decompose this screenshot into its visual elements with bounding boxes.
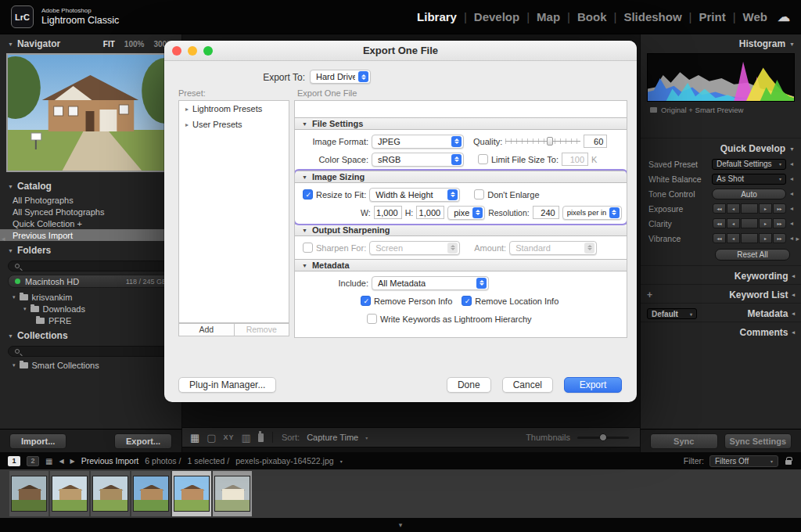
catalog-item-all-synced[interactable]: All Synced Photographs 0 (0, 206, 181, 217)
filter-lock-icon[interactable] (785, 460, 792, 465)
zoom-fit-button[interactable]: FIT (103, 40, 115, 49)
filmstrip-thumbnail-3[interactable] (91, 471, 130, 516)
filter-select[interactable]: Filters Off ▾ (709, 455, 778, 467)
resize-mode-select[interactable]: Width & Height (369, 188, 460, 202)
module-print[interactable]: Print (699, 10, 726, 23)
folders-header[interactable]: ▼ Folders + (0, 241, 181, 258)
export-to-select[interactable]: Hard Drive (310, 70, 371, 84)
module-library[interactable]: Library (417, 10, 457, 23)
increase-large-button[interactable]: ▸▸ (773, 203, 786, 214)
sharpen-for-checkbox[interactable] (303, 243, 313, 253)
quality-value-field[interactable]: 60 (584, 135, 607, 148)
increase-large-button[interactable]: ▸▸ (773, 218, 786, 228)
reveal-arrow-icon[interactable]: ◂ (790, 175, 796, 182)
sync-button[interactable]: Sync (650, 433, 718, 449)
module-book[interactable]: Book (577, 10, 607, 23)
amount-select[interactable]: Standard (509, 241, 597, 255)
metadata-section-header[interactable]: ▼ Metadata (295, 259, 627, 271)
keyword-list-header[interactable]: + Keyword List ◂ (641, 284, 801, 303)
saved-preset-select[interactable]: Default Settings ▾ (712, 159, 786, 170)
increase-button[interactable]: ▸ (759, 218, 772, 228)
plugin-manager-button[interactable]: Plug-in Manager... (178, 377, 276, 393)
collapse-right-panel-arrow[interactable]: ▸ (796, 235, 799, 243)
add-preset-button[interactable]: Add (178, 323, 235, 336)
catalog-item-quick-collection[interactable]: Quick Collection + 0 (0, 217, 181, 229)
file-settings-header[interactable]: ▼ File Settings (295, 117, 627, 130)
limit-file-size-checkbox[interactable] (478, 154, 488, 164)
catalog-item-all-photographs[interactable]: All Photographs 6 (0, 194, 181, 206)
resolution-field[interactable]: 240 (533, 206, 559, 219)
width-field[interactable]: 1,000 (374, 206, 402, 219)
grid-view-icon[interactable]: ▦ (190, 432, 199, 444)
remove-location-checkbox[interactable] (462, 296, 472, 306)
dialog-titlebar[interactable]: Export One File (164, 41, 637, 61)
quick-develop-header[interactable]: Quick Develop ▼ (641, 138, 801, 156)
increase-large-button[interactable]: ▸▸ (773, 233, 786, 243)
size-unit-select[interactable]: pixels (447, 206, 485, 220)
keywording-header[interactable]: Keywording ◂ (641, 265, 801, 284)
dont-enlarge-checkbox[interactable] (474, 189, 484, 200)
folder-item-downloads[interactable]: ▾ Downloads 6 (0, 303, 181, 315)
module-map[interactable]: Map (537, 10, 560, 23)
dropdown-arrow-icon[interactable]: ▾ (340, 458, 343, 464)
previous-photo-arrow[interactable]: ◀ (59, 458, 63, 465)
filmstrip-source-name[interactable]: Previous Import (81, 456, 139, 466)
sync-settings-button[interactable]: Sync Settings (724, 433, 792, 449)
collections-header[interactable]: ▼ Collections + (0, 326, 181, 343)
volume-macintosh-hd[interactable]: Macintosh HD 118 / 245 GB (8, 275, 174, 288)
auto-tone-button[interactable]: Auto (712, 189, 786, 200)
filmstrip-thumbnail-2[interactable] (50, 471, 89, 516)
reveal-arrow-icon[interactable]: ◂ (790, 205, 796, 212)
module-web[interactable]: Web (743, 10, 767, 23)
reveal-arrow-icon[interactable]: ◂ (790, 190, 796, 197)
minimize-window-button[interactable] (188, 46, 197, 56)
reveal-arrow-icon[interactable]: ◂ (790, 220, 796, 227)
quality-slider[interactable] (505, 135, 580, 147)
preset-group-user[interactable]: ▸ User Presets (179, 117, 289, 132)
remove-preset-button[interactable]: Remove (235, 323, 290, 336)
resolution-unit-select[interactable]: pixels per inch (562, 206, 622, 220)
collection-item-smart-collections[interactable]: ▾ Smart Collections (0, 359, 181, 371)
export-button[interactable]: Export... (114, 433, 172, 449)
resize-to-fit-checkbox[interactable] (303, 189, 313, 200)
navigator-header[interactable]: ▼ Navigator FIT 100% 300% (0, 34, 181, 52)
increase-button[interactable]: ▸ (759, 233, 772, 243)
image-sizing-header[interactable]: ▼ Image Sizing (295, 171, 627, 183)
collapse-left-panel-arrow[interactable]: ◂ (2, 235, 5, 243)
primary-monitor-button[interactable]: 1 (8, 456, 20, 466)
painter-tool-icon[interactable] (258, 433, 264, 442)
zoom-window-button[interactable] (203, 46, 213, 56)
cancel-button[interactable]: Cancel (502, 377, 553, 393)
filter-collections-input[interactable] (8, 346, 174, 357)
compare-view-icon[interactable]: XY (224, 433, 235, 441)
module-slideshow[interactable]: Slideshow (623, 10, 681, 23)
filmstrip-thumbnail-6[interactable] (213, 471, 252, 516)
color-space-select[interactable]: sRGB (372, 153, 464, 167)
image-format-select[interactable]: JPEG (372, 135, 464, 149)
filmstrip-thumbnail-1[interactable] (9, 471, 48, 516)
comments-header[interactable]: Comments ◂ (641, 322, 801, 340)
metadata-preset-select[interactable]: Default ▾ (647, 308, 697, 319)
height-field[interactable]: 1,000 (416, 206, 444, 219)
export-confirm-button[interactable]: Export (564, 377, 622, 393)
histogram-display[interactable] (647, 53, 795, 102)
close-window-button[interactable] (172, 46, 181, 56)
preset-group-lightroom[interactable]: ▸ Lightroom Presets (179, 101, 289, 117)
include-select[interactable]: All Metadata (372, 276, 489, 290)
next-photo-arrow[interactable]: ▶ (70, 458, 75, 465)
catalog-item-previous-import[interactable]: Previous Import 6 (0, 229, 181, 241)
filter-folders-input[interactable] (8, 261, 174, 271)
reveal-arrow-icon[interactable]: ◂ (790, 160, 796, 167)
decrease-large-button[interactable]: ◂◂ (713, 203, 726, 214)
white-balance-select[interactable]: As Shot ▾ (712, 174, 786, 185)
sharpen-for-select[interactable]: Screen (369, 241, 460, 255)
slider-knob[interactable] (599, 433, 607, 441)
reset-all-button[interactable]: Reset All (715, 249, 790, 261)
decrease-large-button[interactable]: ◂◂ (713, 233, 726, 243)
histogram-header[interactable]: Histogram ▼ (641, 34, 801, 52)
module-develop[interactable]: Develop (474, 10, 519, 23)
write-keywords-checkbox[interactable] (367, 314, 377, 324)
loupe-view-icon[interactable]: ▢ (207, 432, 216, 444)
filmstrip-thumbnail-5-selected[interactable] (172, 471, 211, 516)
remove-person-checkbox[interactable] (361, 296, 371, 306)
